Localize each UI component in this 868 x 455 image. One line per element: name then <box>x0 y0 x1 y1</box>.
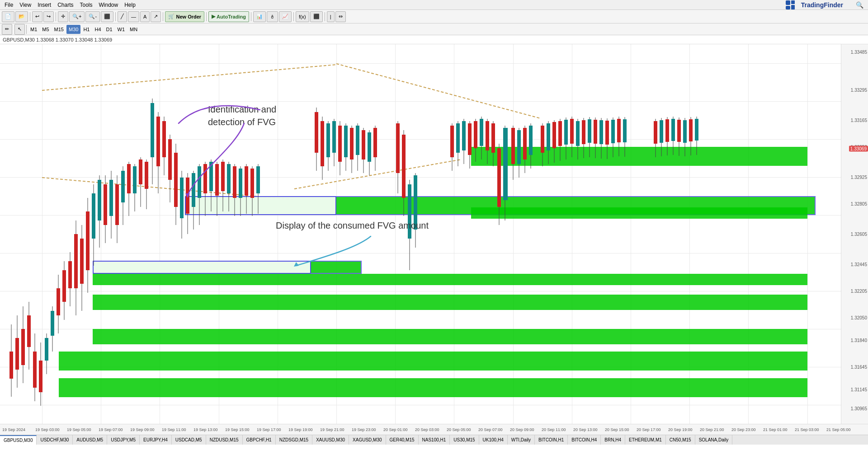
time-label-10: 19 Sep 21:00 <box>320 427 344 432</box>
undo-button[interactable]: ↩ <box>32 11 42 22</box>
candles-area[interactable]: Identification anddetection of FVG Displ… <box>0 44 841 424</box>
auto-trading-button[interactable]: ▶ AutoTrading <box>208 11 249 22</box>
menu-help[interactable]: Help <box>122 1 138 9</box>
tab-audusd-m5[interactable]: AUDUSD,M5 <box>73 435 107 445</box>
svg-rect-63 <box>180 178 184 218</box>
tab-wti-daily[interactable]: WTI,Daily <box>508 435 535 445</box>
tf-w1[interactable]: W1 <box>115 25 127 34</box>
svg-rect-61 <box>174 153 178 207</box>
tf-m30[interactable]: M30 <box>66 25 80 34</box>
svg-rect-69 <box>198 166 201 198</box>
svg-rect-117 <box>408 184 411 239</box>
crosshair-button[interactable]: ✛ <box>58 11 68 22</box>
chart-type-bar[interactable]: 📊 <box>253 11 266 22</box>
tab-xagusd-m30[interactable]: XAGUSD,M30 <box>349 435 386 445</box>
menu-window[interactable]: Window <box>96 1 121 9</box>
toolbar: 📄 📂 ↩ ↪ ✛ 🔍+ 🔍- ⬛ ╱ — A ↗ 🛒 New Order ▶ … <box>0 10 868 23</box>
menu-insert[interactable]: Insert <box>35 1 54 9</box>
period-separators[interactable]: | <box>327 11 335 22</box>
menu-file[interactable]: File <box>2 1 16 9</box>
tf-mn[interactable]: MN <box>127 25 140 34</box>
time-label-8: 19 Sep 17:00 <box>257 427 281 432</box>
time-label-3: 19 Sep 07:00 <box>99 427 123 432</box>
tab-xauusd-m30[interactable]: XAUUSD,M30 <box>312 435 349 445</box>
svg-rect-189 <box>683 120 687 143</box>
svg-rect-111 <box>373 128 377 157</box>
new-order-button[interactable]: 🛒 New Order <box>165 11 204 22</box>
tf-m15[interactable]: M15 <box>52 25 66 34</box>
svg-rect-105 <box>356 126 359 155</box>
zoom-in-button[interactable]: 🔍+ <box>69 11 85 22</box>
bottom-tabs: GBPUSD,M30 USDCHF,M30 AUDUSD,M5 USDJPY,M… <box>0 435 868 445</box>
logo-icon <box>785 0 796 10</box>
tab-cn50-m15[interactable]: CN50,M15 <box>666 435 695 445</box>
svg-rect-145 <box>523 128 527 159</box>
template-button[interactable]: ⬛ <box>310 11 323 22</box>
chart-type-line[interactable]: 📈 <box>279 11 292 22</box>
tab-gbpusd-m30[interactable]: GBPUSD,M30 <box>0 435 37 445</box>
text-tool[interactable]: A <box>140 11 150 22</box>
search-icon[interactable]: 🔍 <box>853 0 866 9</box>
price-label-12: 1.31645 <box>851 365 867 370</box>
tf-m5[interactable]: M5 <box>40 25 51 34</box>
svg-rect-103 <box>350 128 354 159</box>
svg-rect-135 <box>491 123 495 153</box>
indicator-button[interactable]: f(x) <box>296 11 309 22</box>
hline-tool[interactable]: — <box>128 11 139 22</box>
draw-tool[interactable]: ✏ <box>2 24 12 35</box>
tab-nas100-h1[interactable]: NAS100,H1 <box>419 435 450 445</box>
menu-bar: File View Insert Charts Tools Window Hel… <box>0 0 868 10</box>
tab-nzdusd-m15[interactable]: NZDUSD,M15 <box>206 435 243 445</box>
fit-button[interactable]: ⬛ <box>101 11 113 22</box>
svg-rect-127 <box>468 123 472 155</box>
arrow-tool[interactable]: ↗ <box>151 11 161 22</box>
tab-eurjpy-h4[interactable]: EURJPY,H4 <box>140 435 172 445</box>
svg-rect-187 <box>677 120 681 142</box>
tab-brn-h4[interactable]: BRN,H4 <box>601 435 625 445</box>
svg-rect-175 <box>617 119 621 142</box>
svg-rect-137 <box>497 148 501 207</box>
menu-view[interactable]: View <box>17 1 34 9</box>
tab-bitcoin-h4[interactable]: BITCOIN,H4 <box>568 435 601 445</box>
tf-d1[interactable]: D1 <box>104 25 115 34</box>
svg-rect-19 <box>51 311 54 336</box>
tab-us30-m15[interactable]: US30,M15 <box>450 435 479 445</box>
svg-rect-87 <box>250 169 254 198</box>
chart-type-candle[interactable]: 🕯 <box>267 11 278 22</box>
tab-gbpchf-h1[interactable]: GBPCHF,H1 <box>243 435 276 445</box>
svg-rect-101 <box>344 126 348 157</box>
line-tool[interactable]: ╱ <box>118 11 127 22</box>
separator-5 <box>206 12 207 21</box>
tf-h1[interactable]: H1 <box>81 25 92 34</box>
tab-ethereum-m1[interactable]: ETHEREUM,M1 <box>625 435 666 445</box>
tab-solana-daily[interactable]: SOLANA,Daily <box>695 435 733 445</box>
open-button[interactable]: 📂 <box>15 11 28 22</box>
tf-m1[interactable]: M1 <box>28 25 39 34</box>
svg-rect-99 <box>338 126 342 162</box>
svg-rect-25 <box>68 261 72 288</box>
price-label-14: 1.30965 <box>851 406 867 411</box>
menu-tools[interactable]: Tools <box>77 1 95 9</box>
zoom-scroll[interactable]: ⇔ <box>335 11 346 22</box>
tf-h4[interactable]: H4 <box>92 25 103 34</box>
svg-rect-119 <box>414 175 417 230</box>
tab-uk100-h4[interactable]: UK100,H4 <box>479 435 508 445</box>
tab-bitcoin-h1[interactable]: BITCOIN,H1 <box>535 435 568 445</box>
cursor-tool[interactable]: ↖ <box>14 24 25 35</box>
redo-button[interactable]: ↪ <box>43 11 54 22</box>
price-label-13: 1.31145 <box>851 387 867 392</box>
svg-rect-177 <box>623 119 627 142</box>
tab-ger40-m15[interactable]: GER40,M15 <box>386 435 419 445</box>
tab-nzdsgd-m15[interactable]: NZDSGD,M15 <box>276 435 312 445</box>
time-label-9: 19 Sep 19:00 <box>288 427 313 432</box>
svg-rect-193 <box>695 119 698 141</box>
new-file-button[interactable]: 📄 <box>2 11 14 22</box>
menu-charts[interactable]: Charts <box>55 1 76 9</box>
zoom-out-button[interactable]: 🔍- <box>85 11 100 22</box>
tab-usdjpy-m5[interactable]: USDJPY,M5 <box>107 435 140 445</box>
tab-usdcad-m5[interactable]: USDCAD,M5 <box>172 435 206 445</box>
svg-rect-47 <box>133 166 137 193</box>
tab-usdchf-m30[interactable]: USDCHF,M30 <box>37 435 73 445</box>
time-label-18: 20 Sep 13:00 <box>573 427 598 432</box>
svg-rect-0 <box>786 0 790 5</box>
